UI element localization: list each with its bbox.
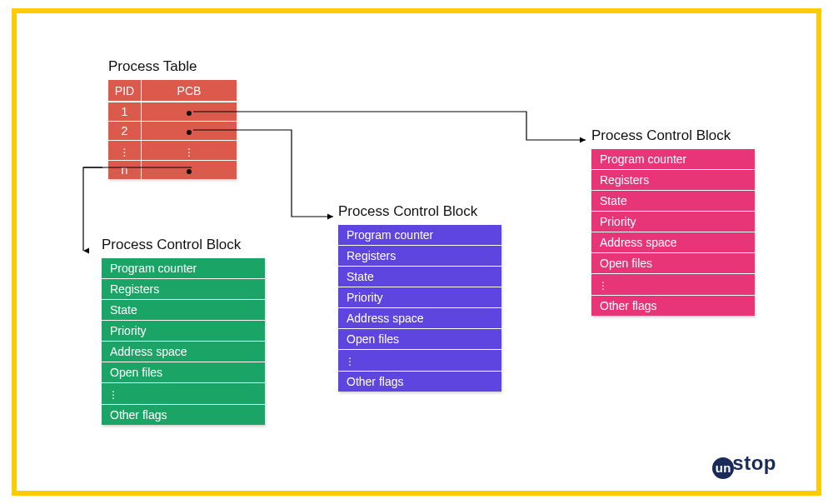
pcb-field: Priority [102, 321, 265, 342]
pcb-field: Open files [591, 253, 755, 274]
table-row: 1 [108, 102, 237, 122]
pcb-field: Registers [591, 170, 755, 191]
pcb-field: Other flags [102, 405, 265, 425]
pcb-purple: Program counter Registers State Priority… [338, 225, 501, 392]
table-row: n [108, 161, 237, 179]
pcb-field: State [591, 191, 755, 212]
process-table-header: PID PCB [108, 80, 237, 102]
pcb-title-pink: Process Control Block [591, 127, 731, 144]
pcb-field-ellipsis: ... [338, 350, 501, 372]
pointer-dot-icon [187, 130, 192, 135]
table-row: 2 [108, 122, 237, 141]
pcb-field: Priority [591, 212, 755, 232]
pid-cell: 1 [108, 102, 142, 121]
pcb-cell-ellipsis: ... [142, 141, 237, 160]
pcb-cell [142, 102, 237, 121]
process-table: PID PCB 1 2 ... ... n [108, 80, 237, 179]
process-table-title: Process Table [108, 58, 197, 75]
pid-cell: n [108, 161, 142, 179]
pcb-field: Other flags [338, 372, 501, 392]
diagram-frame: Process Table PID PCB 1 2 ... ... n [12, 8, 821, 496]
table-row: ... ... [108, 141, 237, 161]
logo-circle-icon: un [712, 457, 734, 479]
pcb-field: Address space [338, 308, 501, 329]
pointer-dot-icon [187, 111, 192, 116]
pcb-field: Registers [338, 246, 501, 267]
pcb-field: Program counter [102, 258, 265, 279]
pcb-field: Open files [338, 329, 501, 350]
pcb-field: Program counter [338, 225, 501, 246]
pcb-field: Address space [102, 342, 265, 362]
diagram-canvas: Process Table PID PCB 1 2 ... ... n [17, 13, 816, 491]
arrow-row1-to-pink [193, 112, 586, 140]
pcb-green: Program counter Registers State Priority… [102, 258, 265, 425]
pcb-field: Registers [102, 279, 265, 300]
col-pcb: PCB [142, 80, 237, 101]
pcb-field: Priority [338, 287, 501, 308]
pcb-field: Open files [102, 362, 265, 383]
pcb-field: State [338, 267, 501, 287]
pcb-field: Program counter [591, 149, 755, 170]
pcb-field-ellipsis: ... [591, 274, 755, 296]
pcb-pink: Program counter Registers State Priority… [591, 149, 755, 316]
pcb-field: Address space [591, 232, 755, 253]
pid-cell-ellipsis: ... [108, 141, 142, 160]
brand-logo: unstop [712, 452, 776, 479]
pid-cell: 2 [108, 122, 142, 140]
pcb-title-purple: Process Control Block [338, 203, 477, 220]
pointer-dot-icon [187, 169, 192, 174]
pcb-cell [142, 161, 237, 179]
logo-text: stop [732, 452, 776, 474]
pcb-field-ellipsis: ... [102, 383, 265, 405]
pcb-field: State [102, 300, 265, 321]
pcb-field: Other flags [591, 296, 755, 316]
pcb-title-green: Process Control Block [102, 237, 241, 253]
pcb-cell [142, 122, 237, 140]
col-pid: PID [108, 80, 142, 101]
